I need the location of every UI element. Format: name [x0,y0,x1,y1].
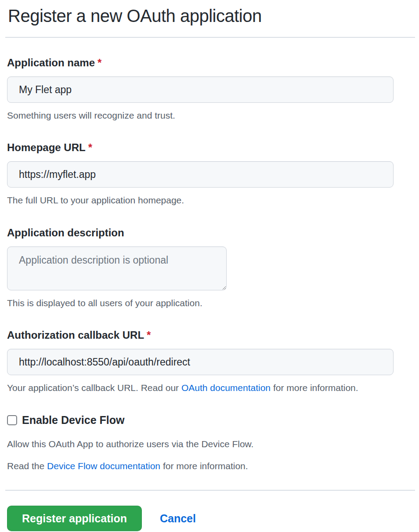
device-flow-note: Allow this OAuth App to authorize users … [7,438,412,450]
callback-url-input[interactable] [7,349,394,375]
cancel-link[interactable]: Cancel [160,512,196,525]
callback-url-group: Authorization callback URL* Your applica… [7,329,412,394]
device-flow-docs-note-suffix: for more information. [160,461,248,471]
device-flow-group: Enable Device Flow Allow this OAuth App … [7,413,412,472]
application-description-label: Application description [7,226,412,239]
application-description-textarea[interactable] [7,246,227,290]
title-divider [5,37,415,38]
homepage-url-input[interactable] [7,161,394,188]
application-name-input[interactable] [7,76,394,103]
homepage-url-label-text: Homepage URL [7,141,86,153]
enable-device-flow-label[interactable]: Enable Device Flow [22,413,124,427]
device-flow-row: Enable Device Flow [7,413,412,427]
callback-url-note-prefix: Your application’s callback URL. Read ou… [7,383,181,393]
required-asterisk: * [147,329,151,341]
actions-divider [5,490,415,491]
homepage-url-note: The full URL to your application homepag… [7,194,412,206]
register-application-button[interactable]: Register application [7,506,142,531]
callback-url-note-suffix: for more information. [271,383,358,393]
enable-device-flow-checkbox[interactable] [7,415,17,425]
application-description-note: This is displayed to all users of your a… [7,297,412,309]
callback-url-label: Authorization callback URL* [7,329,412,342]
required-asterisk: * [98,57,101,69]
required-asterisk: * [88,141,92,153]
oauth-registration-page: Register a new OAuth application Applica… [0,0,419,532]
device-flow-docs-note: Read the Device Flow documentation for m… [7,460,412,472]
page-title: Register a new OAuth application [8,4,412,27]
callback-url-label-text: Authorization callback URL [7,329,144,341]
application-name-label: Application name* [7,56,412,69]
homepage-url-group: Homepage URL* The full URL to your appli… [7,141,412,206]
application-name-note: Something users will recognize and trust… [7,109,412,122]
device-flow-docs-note-prefix: Read the [7,461,47,471]
device-flow-documentation-link[interactable]: Device Flow documentation [47,461,160,471]
oauth-documentation-link[interactable]: OAuth documentation [181,383,271,393]
callback-url-note: Your application’s callback URL. Read ou… [7,382,412,394]
form-actions: Register application Cancel [7,506,412,531]
application-description-group: Application description This is displaye… [7,226,412,309]
application-name-group: Application name* Something users will r… [7,56,412,122]
homepage-url-label: Homepage URL* [7,141,412,154]
application-description-label-text: Application description [7,227,124,239]
application-name-label-text: Application name [7,57,95,69]
